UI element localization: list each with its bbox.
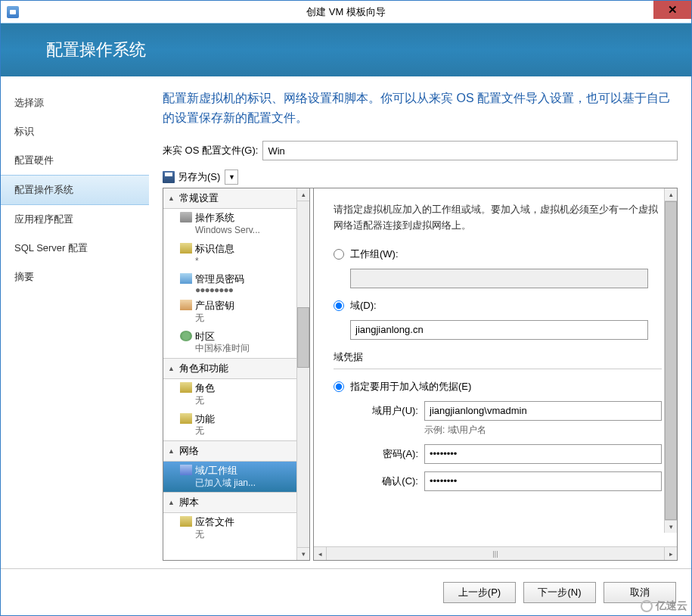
domain-user-field[interactable] [424,401,662,421]
caret-icon: ▲ [168,194,175,202]
scroll-up-icon[interactable]: ▴ [297,188,309,201]
domain-user-hint: 示例: 域\用户名 [424,424,662,437]
tree-section-general[interactable]: ▲常规设置 [163,188,296,209]
workgroup-label: 工作组(W): [350,247,399,261]
details-vscrollbar[interactable]: ▴ ▾ [664,188,677,533]
domain-user-label: 域用户(U): [350,404,418,418]
titlebar: 创建 VM 模板向导 ✕ [1,1,691,23]
confirm-field[interactable] [424,471,662,491]
scroll-right-icon[interactable]: ▸ [664,547,677,560]
tree-section-network[interactable]: ▲网络 [163,440,296,462]
caret-icon: ▲ [168,365,175,372]
caret-icon: ▲ [168,447,175,455]
scroll-left-icon[interactable]: ◂ [314,547,327,560]
nav-sql-config[interactable]: SQL Server 配置 [1,234,149,263]
tree-item-answer-file[interactable]: 应答文件无 [163,513,296,543]
nav-select-source[interactable]: 选择源 [1,89,149,117]
next-button[interactable]: 下一步(N) [523,582,596,603]
page-title: 配置操作系统 [46,39,146,61]
tree-item-roles[interactable]: 角色无 [163,379,296,409]
watermark-icon [641,600,653,612]
credentials-section-label: 域凭据 [334,350,662,369]
file-icon [180,516,192,527]
nav-summary[interactable]: 摘要 [1,263,149,291]
settings-tree: ▲常规设置 操作系统Windows Serv... 标识信息* 管理员密码●●●… [163,188,310,561]
save-as-label[interactable]: 另存为(S) [178,170,220,184]
details-instruction: 请指定虚拟机应加入的工作组或域。要加入域，虚拟机必须至少有一个虚拟网络适配器连接… [334,202,662,234]
app-icon [7,6,19,18]
tree-item-identity[interactable]: 标识信息* [163,240,296,270]
product-key-icon [180,300,192,310]
previous-button[interactable]: 上一步(P) [443,582,516,603]
monitor-icon [180,212,192,222]
tree-item-os[interactable]: 操作系统Windows Serv... [163,209,296,239]
specify-credentials-label: 指定要用于加入域的凭据(E) [350,380,471,394]
nav-hardware[interactable]: 配置硬件 [1,146,149,175]
wizard-nav: 选择源 标识 配置硬件 配置操作系统 应用程序配置 SQL Server 配置 … [1,76,149,568]
tree-vscrollbar[interactable]: ▴ ▾ [296,188,309,560]
confirm-label: 确认(C): [350,474,418,488]
network-icon [180,465,192,475]
password-label: 密码(A): [350,447,418,461]
window-title: 创建 VM 模板向导 [306,5,386,19]
save-as-dropdown[interactable]: ▼ [225,170,238,185]
tree-item-domain-workgroup[interactable]: 域/工作组已加入域 jian... [163,462,296,492]
scroll-down-icon[interactable]: ▾ [297,547,309,560]
guest-os-profile-label: 来宾 OS 配置文件(G): [163,144,258,157]
scroll-down-icon[interactable]: ▾ [665,520,677,533]
domain-field[interactable] [350,320,648,340]
specify-credentials-radio[interactable] [334,381,344,392]
domain-radio[interactable] [334,300,344,311]
scroll-thumb[interactable] [665,201,677,520]
nav-identity[interactable]: 标识 [1,117,149,146]
details-hscrollbar[interactable]: ◂ ||| ▸ [314,546,677,560]
nav-app-config[interactable]: 应用程序配置 [1,205,149,234]
key-icon [180,273,192,284]
tree-item-product-key[interactable]: 产品密钥无 [163,297,296,327]
globe-icon [180,331,192,341]
domain-label: 域(D): [350,299,377,313]
workgroup-radio[interactable] [334,249,344,260]
tree-section-scripts[interactable]: ▲脚本 [163,492,296,513]
tree-item-admin-password[interactable]: 管理员密码●●●●●●●● [163,270,296,297]
tree-section-roles[interactable]: ▲角色和功能 [163,358,296,379]
save-icon [163,171,175,183]
details-pane: 请指定虚拟机应加入的工作组或域。要加入域，虚拟机必须至少有一个虚拟网络适配器连接… [313,188,678,561]
workgroup-field [350,269,648,288]
guest-os-profile-field[interactable] [262,141,678,160]
tag-icon [180,382,192,393]
password-field[interactable] [424,444,662,464]
tree-item-features[interactable]: 功能无 [163,410,296,440]
scroll-thumb[interactable] [297,307,309,368]
watermark: 亿速云 [641,599,687,613]
header-band: 配置操作系统 [1,23,691,76]
wizard-footer: 上一步(P) 下一步(N) 取消 [1,568,691,615]
nav-configure-os[interactable]: 配置操作系统 [1,175,149,205]
main-instruction: 配置新虚拟机的标识、网络设置和脚本。你可以从来宾 OS 配置文件导入设置，也可以… [163,89,678,127]
scroll-up-icon[interactable]: ▴ [665,188,677,201]
tag-icon [180,243,192,254]
tag-icon [180,413,192,424]
close-button[interactable]: ✕ [653,1,691,19]
tree-item-timezone[interactable]: 时区中国标准时间 [163,328,296,358]
caret-icon: ▲ [168,499,175,506]
